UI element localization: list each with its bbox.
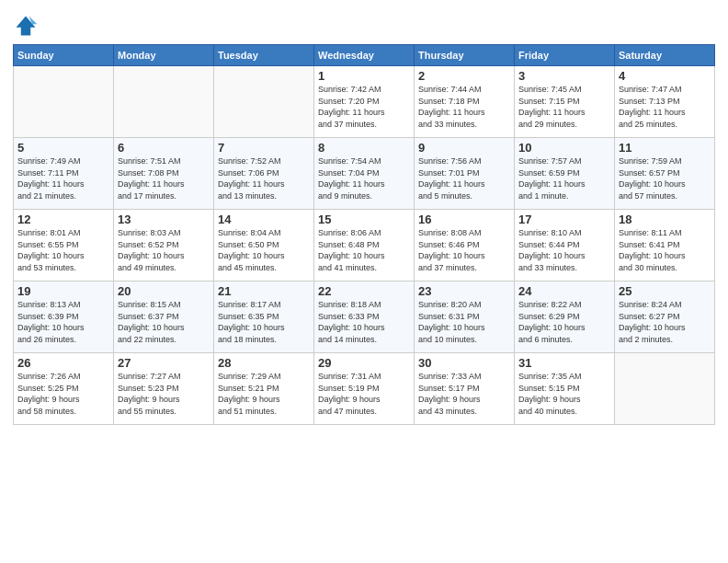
day-cell: 27Sunrise: 7:27 AM Sunset: 5:23 PM Dayli…: [114, 353, 214, 425]
day-cell: 19Sunrise: 8:13 AM Sunset: 6:39 PM Dayli…: [14, 282, 114, 353]
day-info: Sunrise: 8:24 AM Sunset: 6:27 PM Dayligh…: [619, 299, 711, 345]
day-info: Sunrise: 7:27 AM Sunset: 5:23 PM Dayligh…: [118, 371, 210, 417]
day-cell: [214, 66, 314, 138]
day-info: Sunrise: 8:01 AM Sunset: 6:55 PM Dayligh…: [17, 227, 109, 273]
day-number: 21: [218, 284, 310, 298]
header-wednesday: Wednesday: [314, 45, 415, 66]
day-info: Sunrise: 7:59 AM Sunset: 6:57 PM Dayligh…: [619, 155, 711, 201]
week-row-2: 12Sunrise: 8:01 AM Sunset: 6:55 PM Dayli…: [14, 210, 715, 282]
day-info: Sunrise: 7:56 AM Sunset: 7:01 PM Dayligh…: [418, 155, 510, 201]
day-number: 23: [418, 284, 510, 298]
day-cell: 9Sunrise: 7:56 AM Sunset: 7:01 PM Daylig…: [415, 138, 515, 210]
day-cell: 30Sunrise: 7:33 AM Sunset: 5:17 PM Dayli…: [415, 353, 515, 425]
day-cell: 28Sunrise: 7:29 AM Sunset: 5:21 PM Dayli…: [214, 353, 314, 425]
day-info: Sunrise: 7:42 AM Sunset: 7:20 PM Dayligh…: [318, 84, 410, 130]
week-row-3: 19Sunrise: 8:13 AM Sunset: 6:39 PM Dayli…: [14, 282, 715, 353]
week-row-4: 26Sunrise: 7:26 AM Sunset: 5:25 PM Dayli…: [14, 353, 715, 425]
day-info: Sunrise: 7:44 AM Sunset: 7:18 PM Dayligh…: [418, 84, 510, 130]
day-number: 14: [218, 213, 310, 226]
day-cell: 4Sunrise: 7:47 AM Sunset: 7:13 PM Daylig…: [615, 66, 715, 138]
calendar-table: SundayMondayTuesdayWednesdayThursdayFrid…: [13, 44, 715, 425]
day-info: Sunrise: 8:15 AM Sunset: 6:37 PM Dayligh…: [118, 299, 210, 345]
day-cell: 26Sunrise: 7:26 AM Sunset: 5:25 PM Dayli…: [14, 353, 114, 425]
day-cell: [615, 353, 715, 425]
calendar-header-row: SundayMondayTuesdayWednesdayThursdayFrid…: [14, 45, 715, 66]
day-cell: 20Sunrise: 8:15 AM Sunset: 6:37 PM Dayli…: [114, 282, 214, 353]
day-number: 12: [17, 213, 109, 226]
day-info: Sunrise: 8:18 AM Sunset: 6:33 PM Dayligh…: [318, 299, 410, 345]
day-cell: 23Sunrise: 8:20 AM Sunset: 6:31 PM Dayli…: [415, 282, 515, 353]
day-info: Sunrise: 7:51 AM Sunset: 7:08 PM Dayligh…: [118, 155, 210, 201]
header-monday: Monday: [114, 45, 214, 66]
day-info: Sunrise: 8:04 AM Sunset: 6:50 PM Dayligh…: [218, 227, 310, 273]
day-number: 29: [318, 356, 410, 370]
day-info: Sunrise: 7:31 AM Sunset: 5:19 PM Dayligh…: [318, 371, 410, 417]
day-number: 2: [418, 69, 510, 83]
day-number: 27: [118, 356, 210, 370]
day-cell: 17Sunrise: 8:10 AM Sunset: 6:44 PM Dayli…: [515, 210, 615, 282]
header-thursday: Thursday: [415, 45, 515, 66]
day-info: Sunrise: 8:10 AM Sunset: 6:44 PM Dayligh…: [518, 227, 610, 273]
logo: [13, 13, 40, 39]
header-tuesday: Tuesday: [214, 45, 314, 66]
logo-icon: [13, 13, 39, 39]
header-sunday: Sunday: [14, 45, 114, 66]
day-cell: 6Sunrise: 7:51 AM Sunset: 7:08 PM Daylig…: [114, 138, 214, 210]
day-number: 30: [418, 356, 510, 370]
day-info: Sunrise: 7:45 AM Sunset: 7:15 PM Dayligh…: [518, 84, 610, 130]
day-info: Sunrise: 7:29 AM Sunset: 5:21 PM Dayligh…: [218, 371, 310, 417]
day-number: 5: [17, 141, 109, 155]
day-number: 26: [17, 356, 109, 370]
day-cell: 10Sunrise: 7:57 AM Sunset: 6:59 PM Dayli…: [515, 138, 615, 210]
day-info: Sunrise: 7:54 AM Sunset: 7:04 PM Dayligh…: [318, 155, 410, 201]
day-number: 20: [118, 284, 210, 298]
day-info: Sunrise: 7:57 AM Sunset: 6:59 PM Dayligh…: [518, 155, 610, 201]
day-info: Sunrise: 7:33 AM Sunset: 5:17 PM Dayligh…: [418, 371, 510, 417]
day-number: 7: [218, 141, 310, 155]
header-saturday: Saturday: [615, 45, 715, 66]
day-info: Sunrise: 8:11 AM Sunset: 6:41 PM Dayligh…: [619, 227, 711, 273]
day-number: 4: [619, 69, 711, 83]
day-cell: [14, 66, 114, 138]
day-number: 8: [318, 141, 410, 155]
day-info: Sunrise: 8:03 AM Sunset: 6:52 PM Dayligh…: [118, 227, 210, 273]
day-cell: 1Sunrise: 7:42 AM Sunset: 7:20 PM Daylig…: [314, 66, 415, 138]
day-number: 17: [518, 213, 610, 226]
day-cell: 2Sunrise: 7:44 AM Sunset: 7:18 PM Daylig…: [415, 66, 515, 138]
day-cell: 15Sunrise: 8:06 AM Sunset: 6:48 PM Dayli…: [314, 210, 415, 282]
day-number: 24: [518, 284, 610, 298]
day-number: 28: [218, 356, 310, 370]
day-cell: 24Sunrise: 8:22 AM Sunset: 6:29 PM Dayli…: [515, 282, 615, 353]
day-cell: 13Sunrise: 8:03 AM Sunset: 6:52 PM Dayli…: [114, 210, 214, 282]
day-number: 25: [619, 284, 711, 298]
day-cell: 14Sunrise: 8:04 AM Sunset: 6:50 PM Dayli…: [214, 210, 314, 282]
day-info: Sunrise: 7:49 AM Sunset: 7:11 PM Dayligh…: [17, 155, 109, 201]
day-number: 31: [518, 356, 610, 370]
day-cell: 21Sunrise: 8:17 AM Sunset: 6:35 PM Dayli…: [214, 282, 314, 353]
week-row-1: 5Sunrise: 7:49 AM Sunset: 7:11 PM Daylig…: [14, 138, 715, 210]
day-cell: 29Sunrise: 7:31 AM Sunset: 5:19 PM Dayli…: [314, 353, 415, 425]
day-info: Sunrise: 7:47 AM Sunset: 7:13 PM Dayligh…: [619, 84, 711, 130]
day-number: 9: [418, 141, 510, 155]
day-number: 13: [118, 213, 210, 226]
day-cell: 31Sunrise: 7:35 AM Sunset: 5:15 PM Dayli…: [515, 353, 615, 425]
day-cell: 7Sunrise: 7:52 AM Sunset: 7:06 PM Daylig…: [214, 138, 314, 210]
day-number: 18: [619, 213, 711, 226]
day-info: Sunrise: 8:13 AM Sunset: 6:39 PM Dayligh…: [17, 299, 109, 345]
day-cell: 18Sunrise: 8:11 AM Sunset: 6:41 PM Dayli…: [615, 210, 715, 282]
day-cell: 11Sunrise: 7:59 AM Sunset: 6:57 PM Dayli…: [615, 138, 715, 210]
day-number: 10: [518, 141, 610, 155]
day-info: Sunrise: 7:52 AM Sunset: 7:06 PM Dayligh…: [218, 155, 310, 201]
day-info: Sunrise: 8:20 AM Sunset: 6:31 PM Dayligh…: [418, 299, 510, 345]
day-number: 6: [118, 141, 210, 155]
day-cell: 12Sunrise: 8:01 AM Sunset: 6:55 PM Dayli…: [14, 210, 114, 282]
day-cell: 8Sunrise: 7:54 AM Sunset: 7:04 PM Daylig…: [314, 138, 415, 210]
day-number: 15: [318, 213, 410, 226]
day-number: 3: [518, 69, 610, 83]
page-container: SundayMondayTuesdayWednesdayThursdayFrid…: [0, 0, 728, 431]
day-info: Sunrise: 8:08 AM Sunset: 6:46 PM Dayligh…: [418, 227, 510, 273]
day-cell: [114, 66, 214, 138]
day-cell: 25Sunrise: 8:24 AM Sunset: 6:27 PM Dayli…: [615, 282, 715, 353]
day-info: Sunrise: 8:06 AM Sunset: 6:48 PM Dayligh…: [318, 227, 410, 273]
day-cell: 5Sunrise: 7:49 AM Sunset: 7:11 PM Daylig…: [14, 138, 114, 210]
